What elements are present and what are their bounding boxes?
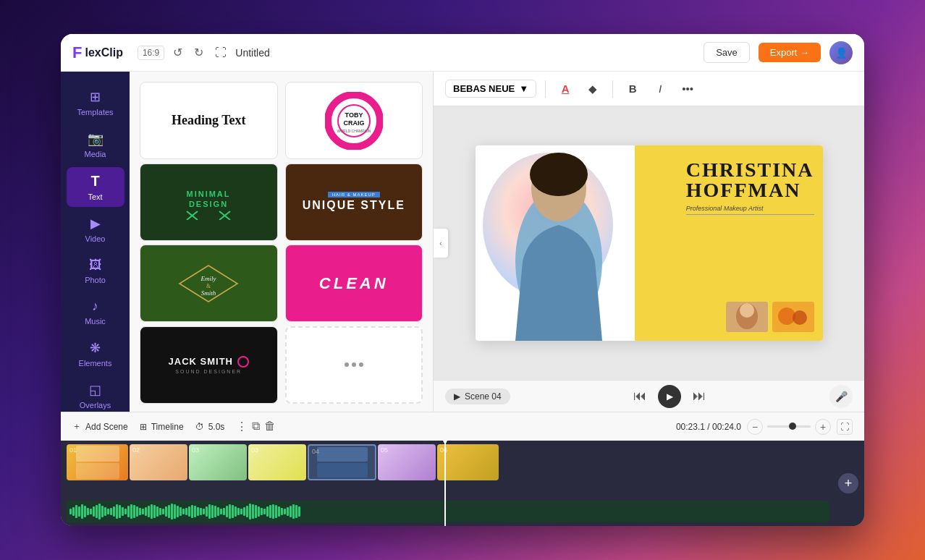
clock-icon: ⏱ [195, 422, 204, 432]
duration-control[interactable]: ⏱ 5.0s [195, 422, 225, 432]
clip-4-thumb-b [317, 463, 368, 478]
wave-bar [98, 504, 101, 519]
wave-bar [261, 508, 263, 515]
wave-bar [284, 509, 286, 514]
template-card-unique[interactable]: HAIR & MAKEUP UNIQUE STYLE [285, 164, 423, 241]
wave-bar [179, 507, 182, 516]
save-button[interactable]: Save [704, 42, 750, 63]
wave-bar [295, 505, 297, 518]
sidebar-label-video: Video [85, 234, 106, 243]
sidebar-item-video[interactable]: ▶ Video [67, 210, 124, 249]
unique-inner: HAIR & MAKEUP UNIQUE STYLE [303, 192, 405, 212]
timeline-cursor[interactable] [444, 441, 446, 526]
template-card-heading[interactable]: Heading Text [140, 82, 278, 159]
wave-bar [96, 505, 98, 518]
thumb-2-svg [772, 302, 814, 332]
logo-bracket: F [72, 43, 82, 62]
zoom-slider[interactable] [767, 425, 811, 428]
svg-point-17 [530, 153, 588, 196]
zoom-slider-handle[interactable] [789, 423, 796, 430]
undo-icon[interactable]: ↺ [173, 46, 182, 59]
sidebar-item-templates[interactable]: ⊞ Templates [67, 83, 124, 122]
timeline-clip-2[interactable]: 02 [130, 444, 187, 480]
template-card-dots[interactable] [285, 326, 423, 404]
sidebar-item-elements[interactable]: ❋ Elements [67, 334, 124, 373]
clip-4-thumbs [317, 447, 368, 478]
jack-circle [237, 356, 249, 368]
template-card-toby[interactable]: TOBY CRAIG WORLD CHAMPION [285, 82, 423, 159]
scene-name: CHRISTINAHOFFMAN [686, 160, 814, 200]
canvas-toolbar: BEBAS NEUE ▼ A ◆ B I ••• [434, 72, 864, 106]
expand-timeline-button[interactable]: ⛶ [837, 419, 853, 435]
zoom-in-button[interactable]: + [815, 419, 831, 435]
export-button[interactable]: Export → [759, 43, 821, 62]
sidebar-item-overlays[interactable]: ◱ Overlays [67, 376, 124, 412]
add-track-button[interactable]: + [838, 473, 858, 493]
wave-bar [142, 509, 144, 514]
ratio-badge[interactable]: 16:9 [138, 46, 164, 60]
timeline-grid-icon: ⊞ [140, 422, 147, 432]
timeline-clip-3b[interactable]: 03 [248, 444, 306, 480]
wave-bar [252, 504, 254, 519]
duplicate-scene-button[interactable]: ⧉ [252, 420, 260, 433]
sidebar-item-text[interactable]: T Text [67, 167, 124, 207]
templates-icon: ⊞ [90, 89, 101, 105]
wave-bar [235, 506, 237, 517]
wave-bar [107, 509, 109, 514]
timeline-clip-3[interactable]: 03 [189, 444, 247, 480]
timeline-button[interactable]: ⊞ Timeline [140, 422, 184, 432]
add-scene-label: Add Scene [85, 422, 128, 432]
font-selector[interactable]: BEBAS NEUE ▼ [445, 80, 536, 98]
svg-text:Emily: Emily [200, 275, 216, 282]
wave-bar [122, 507, 124, 516]
fullscreen-icon[interactable]: ⛶ [215, 46, 227, 59]
add-scene-button[interactable]: ＋ Add Scene [72, 420, 128, 433]
text-color-button[interactable]: A [554, 78, 576, 100]
wave-bar [87, 508, 89, 515]
text-icon: T [90, 173, 99, 190]
wave-bar [278, 506, 280, 517]
svg-text:TOBY: TOBY [345, 111, 363, 119]
mic-button[interactable]: 🎤 [829, 385, 853, 408]
split-scene-button[interactable]: ⋮ [236, 420, 248, 433]
next-frame-button[interactable]: ⏭ [693, 389, 706, 404]
template-card-jack[interactable]: JACK SMITH SOUND DESIGNER [140, 326, 278, 404]
toby-svg: TOBY CRAIG WORLD CHAMPION [325, 92, 383, 150]
collapse-panel-button[interactable]: ‹ [434, 229, 448, 258]
wave-bar [78, 506, 80, 517]
template-card-emily[interactable]: Emily & Smith [140, 245, 278, 322]
play-button[interactable]: ▶ [658, 385, 681, 408]
timeline-clip-5[interactable]: 05 [378, 444, 436, 480]
sidebar-item-music[interactable]: ♪ Music [67, 293, 124, 331]
timeline-tracks[interactable]: 01 02 03 03 [61, 441, 864, 526]
sidebar: ⊞ Templates 📷 Media T Text ▶ Video 🖼 Pho… [61, 72, 130, 412]
wave-bar [101, 506, 104, 517]
highlight-button[interactable]: ◆ [582, 78, 604, 100]
delete-scene-button[interactable]: 🗑 [264, 420, 276, 433]
redo-icon[interactable]: ↻ [194, 46, 203, 59]
audio-track[interactable] [67, 501, 829, 522]
timeline-clip-1[interactable]: 01 [67, 444, 128, 480]
sidebar-item-photo[interactable]: 🖼 Photo [67, 252, 124, 290]
more-button[interactable]: ••• [677, 78, 698, 100]
timeline-clip-6[interactable]: 06 [437, 444, 499, 480]
zoom-out-button[interactable]: − [747, 419, 763, 435]
highlight-icon: ◆ [588, 82, 597, 96]
timeline-clip-4-active[interactable]: 04 [308, 444, 376, 480]
sidebar-label-text: Text [88, 192, 102, 201]
document-title[interactable]: Untitled [235, 47, 695, 59]
bold-button[interactable]: B [622, 78, 643, 100]
wave-bar [191, 505, 193, 518]
wave-bar [177, 506, 179, 517]
scene-thumbnails [726, 302, 814, 332]
sidebar-item-media[interactable]: 📷 Media [67, 125, 124, 164]
duration-value: 5.0s [208, 422, 225, 432]
template-card-minimal[interactable]: MINIMAL DESIGN [140, 164, 278, 241]
mic-icon: 🎤 [835, 391, 848, 402]
avatar[interactable]: 👤 [829, 41, 853, 64]
template-card-clean[interactable]: CLEAN [285, 245, 423, 322]
clip-1-thumb-a [76, 446, 119, 462]
italic-button[interactable]: I [649, 78, 671, 100]
canvas-content: CHRISTINAHOFFMAN Professional Makeup Art… [476, 145, 823, 341]
prev-frame-button[interactable]: ⏮ [633, 389, 646, 404]
